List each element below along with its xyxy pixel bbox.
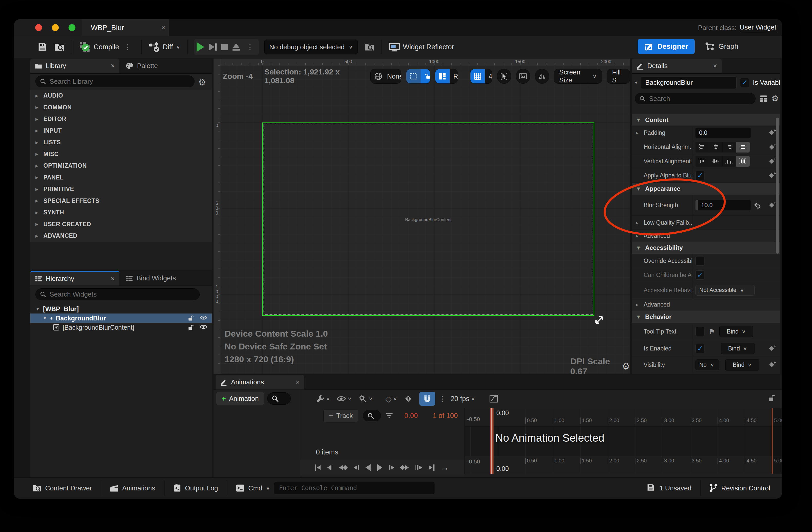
section-collapse-icon[interactable]: ▼ <box>636 245 641 251</box>
display-filter-table-icon[interactable] <box>760 95 767 103</box>
bind-diamond-plus-icon[interactable] <box>768 157 777 165</box>
close-animations-tab-icon[interactable]: × <box>296 378 300 386</box>
play-forward-button[interactable] <box>377 464 382 471</box>
content-drawer-button[interactable]: Content Drawer <box>28 484 96 492</box>
tab-library[interactable]: Library × <box>30 59 119 73</box>
halign-center-button[interactable] <box>709 142 722 153</box>
expand-arrow-icon[interactable]: ▸ <box>35 174 38 181</box>
play-options-icon[interactable]: ⋮ <box>244 43 256 51</box>
tab-hierarchy[interactable]: Hierarchy × <box>30 271 119 286</box>
collapse-arrow-icon[interactable]: ▼ <box>43 316 47 321</box>
track-search[interactable] <box>363 410 381 421</box>
apply-alpha-checkbox[interactable]: ✓ <box>695 171 705 180</box>
resize-handle-icon[interactable] <box>593 314 605 326</box>
details-settings-gear-icon[interactable]: ⚙ <box>771 94 779 103</box>
can-children-checkbox[interactable]: ✓ <box>695 270 705 279</box>
expand-arrow-icon[interactable]: ▸ <box>35 233 38 239</box>
curve-editor-button[interactable] <box>489 395 498 403</box>
snap-magnet-button[interactable] <box>419 392 435 406</box>
cmd-dropdown[interactable]: Cmd ∨ <box>232 484 274 492</box>
tree-row-root[interactable]: ▼ [WBP_Blur] <box>30 304 212 314</box>
selected-widget-outline[interactable]: BackgroundBlurContent <box>262 123 594 316</box>
expand-arrow-icon[interactable]: ▸ <box>35 221 38 228</box>
expand-arrow-icon[interactable]: ▸ <box>636 302 641 307</box>
tab-bind-widgets[interactable]: Bind Widgets <box>126 271 176 286</box>
expand-arrow-icon[interactable]: ▸ <box>35 139 38 146</box>
play-button[interactable] <box>197 42 204 52</box>
preview-background-button[interactable] <box>516 69 530 84</box>
library-category-row[interactable]: ▸ SPECIAL EFFECTS <box>30 195 212 207</box>
library-category-row[interactable]: ▸ COMMON <box>30 102 212 114</box>
current-time-field[interactable]: 0.00 <box>404 412 418 420</box>
console-command-field[interactable] <box>274 482 434 494</box>
bind-diamond-plus-icon[interactable] <box>768 361 777 369</box>
add-animation-button[interactable]: + Animation <box>216 392 264 405</box>
is-enabled-checkbox[interactable]: ✓ <box>695 344 705 353</box>
section-collapse-icon[interactable]: ▼ <box>636 314 641 320</box>
keyframe-options-button[interactable]: ◇∨ <box>386 394 397 403</box>
section-collapse-icon[interactable]: ▼ <box>636 186 641 192</box>
playback-options-button[interactable]: ∨ <box>358 394 373 403</box>
valign-top-button[interactable] <box>695 156 709 167</box>
auto-key-button[interactable] <box>404 394 413 403</box>
timeline-ruler-bottom[interactable]: -0.50 0.501.001.502.002.503.003.504.004.… <box>465 456 782 474</box>
timeline-end-marker[interactable] <box>772 408 773 474</box>
sequencer-settings-button[interactable]: ∨ <box>316 394 330 403</box>
dpi-scale-indicator[interactable]: DPI Scale 0.67 ⚙ <box>570 356 630 374</box>
revision-control-button[interactable]: Revision Control <box>705 484 774 493</box>
library-category-row[interactable]: ▸ MISC <box>30 148 212 160</box>
expand-arrow-icon[interactable]: ▸ <box>35 151 38 157</box>
parent-class-value[interactable]: User Widget <box>740 23 776 32</box>
override-accessible-checkbox[interactable] <box>695 256 705 265</box>
row-advanced-accessibility[interactable]: ▸Advanced <box>632 298 780 311</box>
library-category-row[interactable]: ▸ INPUT <box>30 125 212 137</box>
bind-diamond-plus-icon[interactable] <box>768 201 777 209</box>
valign-bottom-button[interactable] <box>723 156 736 167</box>
frame-skip-button[interactable] <box>209 43 217 51</box>
asset-tab-wbp-blur[interactable]: WBP_Blur × <box>82 19 169 36</box>
selection-lock-toggle[interactable] <box>406 69 430 84</box>
tree-row-backgroundblurcontent[interactable]: [BackgroundBlurContent] <box>30 323 212 332</box>
goto-start-button[interactable] <box>315 464 321 471</box>
section-collapse-icon[interactable]: ▼ <box>636 117 641 123</box>
bind-diamond-plus-icon[interactable] <box>768 172 777 179</box>
designer-mode-button[interactable]: Designer <box>638 39 695 54</box>
accessible-behavior-dropdown[interactable]: Not Accessible ∨ <box>695 285 755 296</box>
widget-name-input[interactable]: BackgroundBlur <box>641 76 736 89</box>
stop-button[interactable] <box>221 44 228 50</box>
padding-input[interactable]: 0.0 <box>695 128 751 138</box>
section-accessibility[interactable]: ▼ Accessibility <box>632 242 780 254</box>
previous-key-button[interactable] <box>339 465 347 470</box>
visibility-dropdown[interactable]: No ∨ <box>695 359 719 370</box>
animations-drawer-button[interactable]: Animations <box>106 484 159 492</box>
library-category-row[interactable]: ▸ USER CREATED <box>30 218 212 230</box>
step-back-button[interactable] <box>354 465 359 470</box>
timeline-lock-icon[interactable] <box>768 394 776 402</box>
eject-button[interactable] <box>233 43 240 51</box>
fill-screen-dropdown[interactable]: Fill S <box>607 69 630 84</box>
expand-arrow-icon[interactable]: ▸ <box>35 209 38 216</box>
expand-arrow-icon[interactable]: ▸ <box>636 130 641 136</box>
expand-arrow-icon[interactable]: ▸ <box>35 162 38 169</box>
designer-canvas[interactable]: 0 500 1000 1500 2000 0 500 1000 Backgrou… <box>214 59 630 374</box>
tooltip-bind-dropdown[interactable]: Bind ∨ <box>719 326 753 337</box>
tooltip-text-field[interactable] <box>695 327 705 336</box>
is-enabled-bind-dropdown[interactable]: Bind ∨ <box>721 343 755 354</box>
expand-arrow-icon[interactable]: ▸ <box>636 233 641 239</box>
select-tool-button[interactable] <box>497 69 511 84</box>
details-scrollbar[interactable] <box>776 118 779 254</box>
expand-arrow-icon[interactable]: ▸ <box>636 220 641 226</box>
browse-asset-button[interactable] <box>50 42 68 52</box>
halign-fill-button[interactable] <box>736 142 750 153</box>
valign-fill-button[interactable] <box>736 156 750 167</box>
sequencer-timeline[interactable]: 0.00 -0.50 0.501.001.502.002.503.003.504… <box>465 408 782 474</box>
loop-mode-button[interactable]: → <box>441 463 449 472</box>
debug-object-dropdown[interactable]: No debug object selected ∨ <box>264 40 358 55</box>
fps-dropdown[interactable]: 20 fps∨ <box>451 395 475 403</box>
maximize-traffic-light[interactable] <box>69 24 75 31</box>
browse-debug-button[interactable] <box>361 43 378 51</box>
step-forward-button[interactable] <box>389 465 394 470</box>
goto-end-button[interactable] <box>429 464 434 471</box>
diff-button[interactable]: Diff ∨ <box>145 42 184 52</box>
animation-search[interactable] <box>267 392 291 405</box>
